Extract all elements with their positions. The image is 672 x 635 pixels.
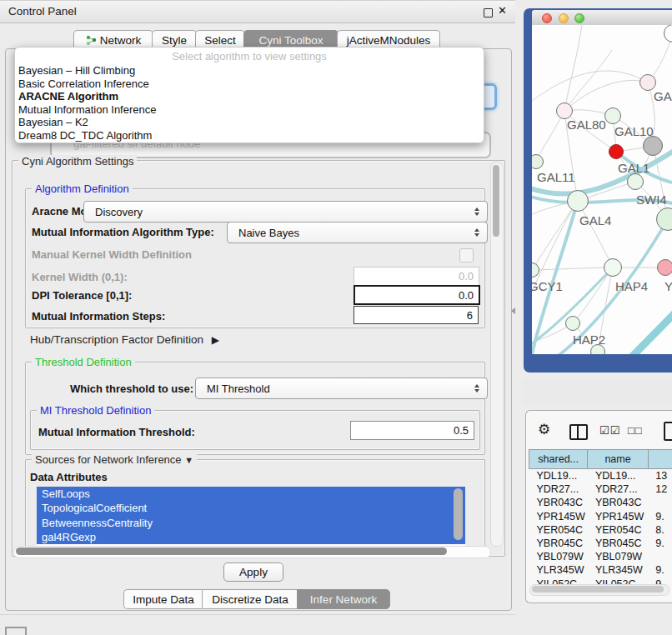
tab-impute-data[interactable]: Impute Data	[123, 589, 203, 609]
settings-horizontal-scrollbar[interactable]	[13, 546, 491, 558]
network-node-gal[interactable]	[639, 74, 656, 91]
table-cell[interactable]	[648, 496, 672, 509]
table-row[interactable]: YLR345WYLR345W9.	[529, 563, 672, 577]
attribute-item[interactable]: BetweennessCentrality	[37, 516, 465, 530]
settings-vertical-scrollbar[interactable]	[490, 162, 504, 547]
algorithm-option[interactable]: Bayesian – K2	[15, 116, 484, 129]
node-label: GAL	[654, 89, 672, 103]
network-canvas[interactable]: GALGAL80GAL10GAL1GAL11SWI4GAL4GCY1HAP4YH…	[532, 25, 672, 354]
table-row[interactable]: YBL079WYBL079W	[529, 550, 672, 563]
algorithm-option[interactable]: Basic Correlation Inference	[15, 78, 484, 91]
table-cell[interactable]: 9.	[648, 510, 672, 523]
network-node-gal10[interactable]	[604, 108, 621, 124]
table-row[interactable]: YBR043CYBR043C	[529, 496, 672, 509]
docked-panel-icon[interactable]	[5, 627, 27, 635]
scrollbar-thumb[interactable]	[493, 165, 499, 237]
table-cell[interactable]: YBR045C	[588, 537, 648, 550]
aracne-mode-combobox[interactable]: Discovery	[83, 201, 488, 222]
network-node-hap4[interactable]	[604, 258, 622, 277]
table-cell[interactable]: YER054C	[588, 523, 648, 537]
algorithm-option[interactable]: Dream8 DC_TDC Algorithm	[15, 129, 484, 142]
attributes-scrollbar-thumb[interactable]	[454, 488, 463, 540]
table-row[interactable]: YDL19...YDL19...13	[529, 469, 672, 483]
column-header-name[interactable]: name	[588, 450, 648, 469]
mi-threshold-field[interactable]: 0.5	[350, 421, 474, 440]
table-row[interactable]: YPR145WYPR145W9.	[529, 510, 672, 523]
algorithm-option[interactable]: Bayesian – Hill Climbing	[15, 64, 484, 78]
network-node[interactable]	[590, 344, 605, 354]
minimize-traffic-light-icon[interactable]	[559, 13, 569, 23]
mi-steps-field[interactable]: 6	[354, 306, 479, 324]
hub-definition-toggle[interactable]: Hub/Transcription Factor Definition ▶	[30, 333, 219, 346]
table-cell[interactable]: YBL079W	[529, 550, 588, 563]
table-cell[interactable]: 8.	[648, 523, 672, 537]
table-cell[interactable]: YER054C	[529, 523, 588, 537]
table-cell[interactable]: YLR345W	[588, 563, 648, 577]
tab-infer-network[interactable]: Infer Network	[297, 589, 390, 609]
attribute-item[interactable]: TopologicalCoefficient	[37, 501, 465, 515]
algorithm-dropdown-list: Select algorithm to view settings Bayesi…	[14, 47, 484, 143]
dpi-tolerance-label: DPI Tolerance [0,1]:	[32, 289, 132, 302]
table-cell[interactable]: YBR045C	[529, 537, 588, 550]
apply-button[interactable]: Apply	[223, 562, 283, 582]
table-row[interactable]: YER054CYER054C8.	[529, 523, 672, 537]
dpi-tolerance-field[interactable]: 0.0	[354, 285, 480, 305]
table-cell[interactable]: YPR145W	[588, 510, 648, 523]
network-node-gal80[interactable]	[556, 102, 573, 119]
sources-group-title[interactable]: Sources for Network Inference ▼	[32, 453, 197, 466]
which-threshold-combobox[interactable]: MI Threshold	[195, 378, 488, 399]
table-cell[interactable]: YLR345W	[529, 563, 588, 577]
data-attributes-list[interactable]: SelfLoopsTopologicalCoefficientBetweenne…	[37, 487, 465, 546]
threshold-definition-title: Threshold Definition	[32, 356, 135, 368]
table-cell[interactable]: YBL079W	[588, 550, 648, 563]
table-cell[interactable]: YBR043C	[588, 496, 648, 509]
table-cell[interactable]: 13	[648, 469, 672, 483]
scrollbar-thumb[interactable]	[16, 548, 447, 555]
table-cell[interactable]	[648, 550, 672, 563]
column-header-partial[interactable]	[648, 450, 672, 469]
columns-icon[interactable]	[569, 424, 588, 440]
node-table[interactable]: shared... name YDL19...YDL19...13YDR27..…	[529, 449, 672, 585]
column-header-shared-name[interactable]: shared...	[529, 450, 588, 469]
network-node[interactable]	[643, 136, 663, 156]
hub-definition-label: Hub/Transcription Factor Definition	[30, 333, 203, 346]
scrollbar-thumb[interactable]	[532, 586, 664, 592]
table-cell[interactable]: YDL19...	[588, 469, 648, 483]
network-node-swi4[interactable]	[627, 173, 644, 190]
zoom-traffic-light-icon[interactable]	[574, 13, 584, 23]
table-cell[interactable]: 9.	[648, 537, 672, 550]
attribute-item[interactable]: gal4RGexp	[37, 530, 465, 544]
kernel-width-field[interactable]: 0.0	[354, 267, 479, 286]
table-row[interactable]: YDR27...YDR27...12	[529, 482, 672, 496]
network-node-gal4[interactable]	[567, 190, 589, 212]
algorithm-option[interactable]: Mutual Information Inference	[15, 103, 484, 117]
gear-icon[interactable]: ⚙	[538, 421, 550, 438]
float-window-icon[interactable]	[484, 8, 493, 18]
tab-label: Network	[100, 34, 142, 47]
select-all-checkboxes-icon[interactable]: ☑☑	[599, 424, 620, 437]
network-node-hap2[interactable]	[565, 316, 580, 331]
attribute-item[interactable]: SelfLoops	[37, 487, 465, 501]
table-row[interactable]: YBR045CYBR045C9.	[529, 537, 672, 550]
deselect-checkboxes-icon[interactable]: □□	[628, 424, 643, 437]
table-cell[interactable]: YBR043C	[529, 496, 588, 509]
mi-type-combobox[interactable]: Naive Bayes	[227, 222, 488, 243]
export-table-icon[interactable]	[664, 422, 672, 441]
network-node-y[interactable]	[657, 259, 672, 276]
close-icon[interactable]: ✕	[498, 4, 507, 17]
network-node-gal1[interactable]	[609, 144, 624, 159]
table-cell[interactable]: 12	[648, 482, 672, 496]
table-cell[interactable]: YPR145W	[529, 510, 588, 523]
close-traffic-light-icon[interactable]	[542, 13, 552, 23]
manual-kernel-checkbox[interactable]	[459, 248, 474, 262]
table-horizontal-scrollbar[interactable]	[529, 584, 669, 596]
tab-discretize-data[interactable]: Discretize Data	[202, 589, 298, 609]
splitter-collapse-icon[interactable]	[511, 308, 515, 314]
table-cell[interactable]: YDR27...	[588, 482, 648, 496]
table-cell[interactable]: YDL19...	[529, 469, 588, 483]
table-header-row[interactable]: shared... name	[529, 450, 672, 469]
algorithm-option[interactable]: ARACNE Algorithm	[15, 90, 484, 103]
table-cell[interactable]: 9.	[648, 563, 672, 577]
network-window-titlebar[interactable]	[532, 10, 672, 26]
table-cell[interactable]: YDR27...	[529, 482, 588, 496]
